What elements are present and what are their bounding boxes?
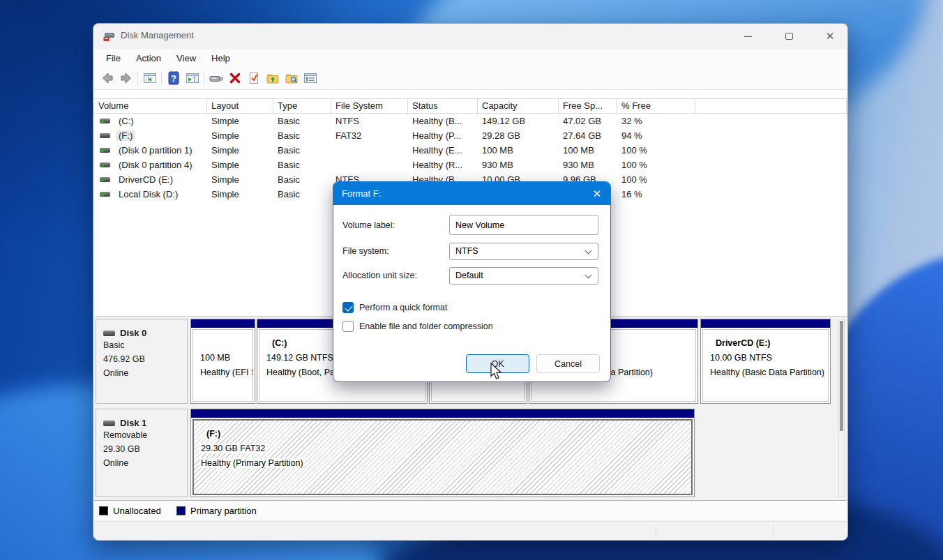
column-header-file-system[interactable]: File System xyxy=(331,99,408,114)
action-pane-icon xyxy=(186,71,199,85)
close-icon: ✕ xyxy=(826,30,835,43)
volume-name: (Disk 0 partition 4) xyxy=(116,160,195,170)
column-header-free-space[interactable]: Free Sp... xyxy=(559,99,617,114)
cell-type: Basic xyxy=(273,130,331,141)
toolbar-forward-button[interactable] xyxy=(116,70,135,87)
file-system-select[interactable]: NTFS xyxy=(449,243,598,260)
dialog-titlebar[interactable]: Format F: xyxy=(333,182,610,205)
disk-kind: Removable xyxy=(103,428,187,442)
volume-drive-icon xyxy=(100,148,110,153)
column-header-blank xyxy=(695,99,847,114)
table-row-f[interactable]: (F:) Simple Basic FAT32 Healthy (P... 29… xyxy=(94,128,847,143)
allocation-unit-text: Allocation unit size: xyxy=(342,271,417,280)
quick-format-checkbox-row[interactable]: Perform a quick format xyxy=(342,302,447,313)
help-icon: ? xyxy=(167,71,180,85)
cell-fs: NTFS xyxy=(331,116,408,126)
toolbar-folder-up-button[interactable] xyxy=(263,70,282,87)
cell-type: Basic xyxy=(273,189,331,199)
forward-icon xyxy=(119,71,133,85)
toolbar-action-pane-button[interactable] xyxy=(183,70,202,87)
column-header-capacity[interactable]: Capacity xyxy=(478,99,559,114)
status-bar xyxy=(94,521,847,540)
toolbar-delete-button[interactable] xyxy=(225,70,244,87)
toolbar-properties-button[interactable] xyxy=(301,70,319,87)
file-system-text: File system: xyxy=(342,246,389,256)
menu-action[interactable]: Action xyxy=(128,51,169,66)
disk0-label[interactable]: Disk 0 Basic 476.92 GB Online xyxy=(96,319,188,404)
maximize-button[interactable] xyxy=(773,24,805,49)
column-header-type[interactable]: Type xyxy=(273,99,331,114)
cell-capacity: 100 MB xyxy=(478,145,559,156)
column-header-layout[interactable]: Layout xyxy=(207,99,273,114)
quick-format-label: Perform a quick format xyxy=(359,303,447,312)
toolbar-separator xyxy=(204,71,204,85)
disk-name: Disk 0 xyxy=(120,328,146,338)
volume-name: DriverCD (E:) xyxy=(116,174,176,185)
status-divider xyxy=(773,525,774,538)
menu-bar: File Action View Help xyxy=(94,49,847,67)
column-header-status[interactable]: Status xyxy=(408,99,478,114)
disk-size: 29.30 GB xyxy=(103,442,187,456)
volume-label-input[interactable] xyxy=(449,215,598,235)
format-dialog: Format F: ✕ Volume label: File system: N… xyxy=(333,181,611,382)
table-row-partition4[interactable]: (Disk 0 partition 4) Simple Basic Health… xyxy=(94,158,847,172)
mouse-cursor xyxy=(490,363,506,381)
cell-type: Basic xyxy=(273,160,331,170)
menu-view[interactable]: View xyxy=(169,51,204,66)
quick-format-checkbox[interactable] xyxy=(342,302,354,313)
cell-layout: Simple xyxy=(207,160,273,170)
toolbar-device-button[interactable] xyxy=(206,70,225,87)
toolbar-check-document-button[interactable] xyxy=(244,70,263,87)
toolbar-back-button[interactable] xyxy=(98,70,116,87)
cell-layout: Simple xyxy=(207,189,273,199)
volume-name: (F:) xyxy=(116,130,135,141)
volume-drive-icon xyxy=(100,192,110,197)
window-titlebar[interactable]: Disk Management ✕ xyxy=(93,24,847,49)
volume-name: Local Disk (D:) xyxy=(116,189,181,199)
menu-file[interactable]: File xyxy=(98,51,128,66)
vertical-scrollbar[interactable] xyxy=(838,319,845,497)
toolbar-separator xyxy=(161,71,162,85)
disk-kind: Basic xyxy=(103,338,187,352)
volume-drive-icon xyxy=(100,119,110,123)
toolbar-console-tree-button[interactable] xyxy=(140,70,159,87)
chevron-down-icon xyxy=(585,272,592,279)
allocation-unit-select[interactable]: Default xyxy=(449,267,598,285)
compression-checkbox-row[interactable]: Enable file and folder compression xyxy=(342,321,493,332)
toolbar-help-button[interactable]: ? xyxy=(164,70,183,87)
scrollbar-thumb[interactable] xyxy=(840,321,843,431)
disk-icon xyxy=(103,421,115,426)
disk0-partition-e[interactable]: DriverCD (E:) 10.00 GB NTFS Healthy (Bas… xyxy=(700,319,831,404)
disk-management-app-icon xyxy=(103,31,115,42)
legend-label-unallocated: Unallocated xyxy=(113,506,161,516)
close-button[interactable]: ✕ xyxy=(814,24,846,49)
cell-pct-free: 100 % xyxy=(617,145,695,156)
properties-icon xyxy=(303,71,318,85)
disk-status: Online xyxy=(103,366,187,380)
compression-checkbox[interactable] xyxy=(342,321,354,332)
cell-capacity: 930 MB xyxy=(478,160,559,170)
disk1-label[interactable]: Disk 1 Removable 29.30 GB Online xyxy=(96,409,188,497)
check-document-icon xyxy=(247,71,261,85)
disk-size: 476.92 GB xyxy=(103,352,187,366)
dialog-close-button[interactable]: ✕ xyxy=(584,182,610,205)
menu-help[interactable]: Help xyxy=(204,51,238,66)
folder-search-icon xyxy=(285,71,299,85)
disk-name: Disk 1 xyxy=(120,418,146,428)
minimize-button[interactable] xyxy=(732,24,764,49)
table-row-c[interactable]: (C:) Simple Basic NTFS Healthy (B... 149… xyxy=(94,114,847,128)
cell-layout: Simple xyxy=(207,174,273,185)
cancel-button[interactable]: Cancel xyxy=(536,354,600,373)
chevron-down-icon xyxy=(585,248,592,255)
column-header-volume[interactable]: Volume xyxy=(94,99,207,114)
cell-layout: Simple xyxy=(207,116,273,126)
delete-icon xyxy=(228,71,242,85)
toolbar-folder-search-button[interactable] xyxy=(282,70,301,87)
cell-free: 100 MB xyxy=(559,145,617,156)
file-system-value: NTFS xyxy=(455,246,478,256)
column-header-pct-free[interactable]: % Free xyxy=(617,99,695,114)
disk1-partition-f[interactable]: (F:) 29.30 GB FAT32 Healthy (Primary Par… xyxy=(190,409,695,497)
table-row-partition1[interactable]: (Disk 0 partition 1) Simple Basic Health… xyxy=(94,143,847,158)
disk0-partition-efi[interactable]: 100 MB Healthy (EFI System Partition) xyxy=(190,319,255,404)
cell-layout: Simple xyxy=(207,130,273,141)
